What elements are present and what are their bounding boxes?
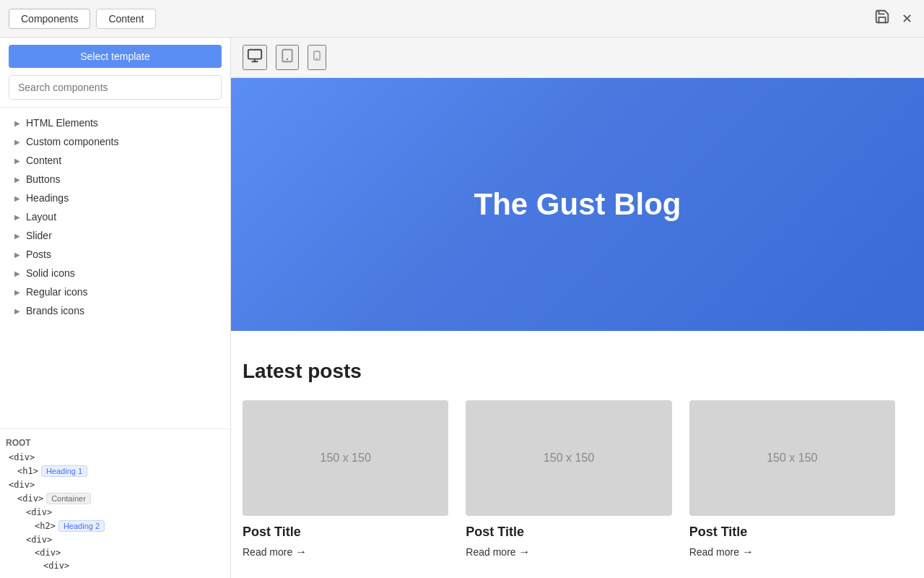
- post-card: 150 x 150 Post Title Read more →: [466, 400, 671, 558]
- sidebar-tree: ▶ HTML Elements ▶ Custom components ▶ Co…: [0, 108, 230, 428]
- post-title: Post Title: [243, 525, 448, 540]
- read-more-link[interactable]: Read more →: [466, 545, 671, 558]
- dom-tree: ROOT <div> <h1> Heading 1 <div> <div> Co…: [0, 428, 230, 578]
- posts-grid: 150 x 150 Post Title Read more → 150 x 1…: [243, 400, 895, 558]
- dom-line[interactable]: <div>: [0, 533, 230, 546]
- tab-content[interactable]: Content: [96, 9, 156, 29]
- chevron-right-icon: ▶: [14, 119, 20, 127]
- hero-title: The Gust Blog: [474, 187, 681, 222]
- sidebar-item-label: Solid icons: [26, 267, 75, 279]
- select-template-button[interactable]: Select template: [9, 45, 222, 68]
- tablet-view-button[interactable]: [276, 45, 299, 70]
- viewport-bar: [231, 38, 924, 78]
- section-title: Latest posts: [243, 360, 895, 383]
- post-image-placeholder: 150 x 150: [689, 400, 895, 516]
- post-image-placeholder: 150 x 150: [466, 400, 671, 516]
- read-more-text: Read more: [689, 546, 739, 558]
- preview-area: The Gust Blog Latest posts 150 x 150 Pos…: [231, 38, 924, 578]
- close-button[interactable]: ✕: [899, 8, 915, 30]
- sidebar-item-label: Regular icons: [26, 286, 88, 298]
- dom-root-label: ROOT: [0, 435, 230, 451]
- latest-posts-section: Latest posts 150 x 150 Post Title Read m…: [231, 331, 924, 573]
- sidebar-item-label: Buttons: [26, 173, 60, 185]
- dom-line[interactable]: <div>: [0, 451, 230, 464]
- arrow-right-icon: →: [519, 545, 531, 558]
- sidebar-item-label: Headings: [26, 192, 69, 204]
- sidebar-item-label: Layout: [26, 211, 56, 223]
- hero-section: The Gust Blog: [231, 78, 924, 331]
- chevron-right-icon: ▶: [14, 288, 20, 296]
- sidebar-item-label: Custom components: [26, 136, 118, 147]
- chevron-right-icon: ▶: [14, 269, 20, 277]
- save-button[interactable]: [871, 6, 893, 31]
- post-title: Post Title: [466, 525, 671, 540]
- tab-components[interactable]: Components: [9, 9, 90, 29]
- chevron-right-icon: ▶: [14, 213, 20, 221]
- preview-content: The Gust Blog Latest posts 150 x 150 Pos…: [231, 78, 924, 578]
- arrow-right-icon: →: [295, 545, 307, 558]
- post-title: Post Title: [689, 525, 895, 540]
- sidebar-top: Select template: [0, 38, 230, 108]
- sidebar-item-slider[interactable]: ▶ Slider: [0, 226, 230, 245]
- sidebar-item-brands-icons[interactable]: ▶ Brands icons: [0, 301, 230, 320]
- search-input[interactable]: [9, 75, 222, 100]
- top-bar-actions: ✕: [871, 6, 915, 31]
- dom-line[interactable]: <h1> Heading 1: [0, 464, 230, 478]
- sidebar-item-solid-icons[interactable]: ▶ Solid icons: [0, 264, 230, 282]
- read-more-link[interactable]: Read more →: [689, 545, 895, 558]
- read-more-text: Read more: [466, 546, 515, 558]
- sidebar-item-content[interactable]: ▶ Content: [0, 151, 230, 170]
- mobile-view-button[interactable]: [308, 45, 326, 70]
- dom-line[interactable]: <div>: [0, 506, 230, 519]
- main-layout: Select template ▶ HTML Elements ▶ Custom…: [0, 38, 924, 578]
- sidebar-item-buttons[interactable]: ▶ Buttons: [0, 170, 230, 189]
- post-card: 150 x 150 Post Title Read more →: [243, 400, 448, 558]
- sidebar-item-html-elements[interactable]: ▶ HTML Elements: [0, 113, 230, 132]
- dom-badge-heading1: Heading 1: [41, 465, 87, 477]
- read-more-text: Read more: [243, 546, 292, 558]
- chevron-right-icon: ▶: [14, 307, 20, 315]
- sidebar-item-label: Content: [26, 155, 61, 166]
- dom-line[interactable]: <div>: [0, 559, 230, 572]
- sidebar-item-label: Slider: [26, 230, 52, 241]
- dom-line[interactable]: <div> Container: [0, 491, 230, 506]
- read-more-link[interactable]: Read more →: [243, 545, 448, 558]
- dom-line[interactable]: <div>: [0, 546, 230, 559]
- sidebar: Select template ▶ HTML Elements ▶ Custom…: [0, 38, 231, 578]
- arrow-right-icon: →: [742, 545, 754, 558]
- sidebar-item-posts[interactable]: ▶ Posts: [0, 245, 230, 264]
- svg-rect-0: [248, 50, 261, 59]
- sidebar-item-label: Brands icons: [26, 305, 84, 316]
- sidebar-item-layout[interactable]: ▶ Layout: [0, 207, 230, 226]
- chevron-right-icon: ▶: [14, 157, 20, 165]
- sidebar-item-label: Posts: [26, 249, 51, 260]
- top-bar: Components Content ✕: [0, 0, 924, 38]
- chevron-right-icon: ▶: [14, 194, 20, 202]
- sidebar-item-custom-components[interactable]: ▶ Custom components: [0, 132, 230, 151]
- dom-badge-container: Container: [46, 493, 91, 504]
- sidebar-item-label: HTML Elements: [26, 117, 98, 129]
- post-image-placeholder: 150 x 150: [243, 400, 448, 516]
- sidebar-item-headings[interactable]: ▶ Headings: [0, 189, 230, 207]
- chevron-right-icon: ▶: [14, 138, 20, 146]
- dom-badge-heading2: Heading 2: [58, 520, 105, 532]
- chevron-right-icon: ▶: [14, 251, 20, 259]
- dom-line[interactable]: <h2> Heading 2: [0, 519, 230, 533]
- sidebar-item-regular-icons[interactable]: ▶ Regular icons: [0, 282, 230, 301]
- dom-line[interactable]: <div>: [0, 478, 230, 491]
- chevron-right-icon: ▶: [14, 176, 20, 184]
- chevron-right-icon: ▶: [14, 232, 20, 240]
- desktop-view-button[interactable]: [243, 45, 267, 70]
- post-card: 150 x 150 Post Title Read more →: [689, 400, 895, 558]
